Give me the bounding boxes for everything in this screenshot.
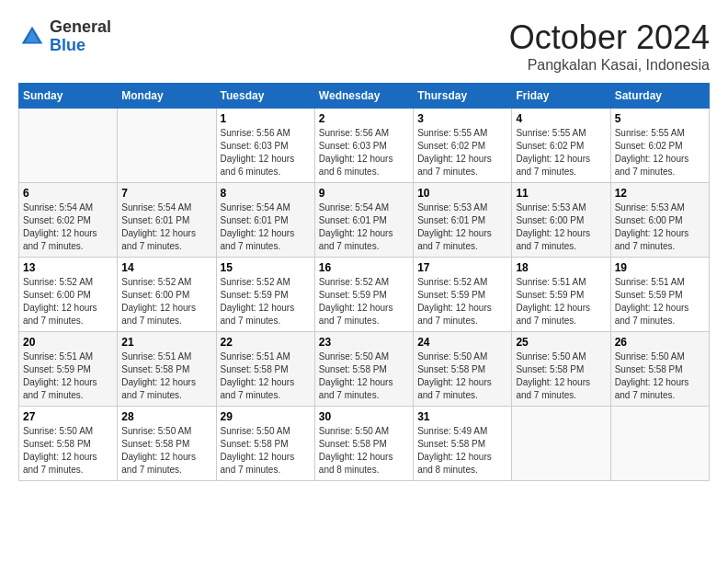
month-title: October 2024	[509, 18, 710, 57]
day-info: Sunrise: 5:50 AM Sunset: 5:58 PM Dayligh…	[319, 425, 409, 477]
page-header: General Blue October 2024 Pangkalan Kasa…	[18, 18, 710, 74]
day-number: 3	[417, 112, 507, 125]
calendar-cell: 11Sunrise: 5:53 AM Sunset: 6:00 PM Dayli…	[512, 183, 610, 258]
calendar-week-3: 13Sunrise: 5:52 AM Sunset: 6:00 PM Dayli…	[19, 258, 710, 332]
day-info: Sunrise: 5:50 AM Sunset: 5:58 PM Dayligh…	[417, 350, 507, 402]
calendar-cell: 1Sunrise: 5:56 AM Sunset: 6:03 PM Daylig…	[216, 109, 314, 183]
location-title: Pangkalan Kasai, Indonesia	[509, 57, 710, 74]
calendar-cell: 26Sunrise: 5:50 AM Sunset: 5:58 PM Dayli…	[610, 332, 709, 407]
calendar-cell: 6Sunrise: 5:54 AM Sunset: 6:02 PM Daylig…	[19, 183, 118, 258]
day-number: 1	[221, 112, 311, 125]
day-info: Sunrise: 5:51 AM Sunset: 5:59 PM Dayligh…	[615, 276, 705, 327]
day-header-sunday: Sunday	[19, 84, 118, 109]
day-info: Sunrise: 5:51 AM Sunset: 5:58 PM Dayligh…	[121, 350, 211, 402]
calendar-week-5: 27Sunrise: 5:50 AM Sunset: 5:58 PM Dayli…	[19, 407, 710, 481]
day-number: 28	[121, 410, 211, 423]
calendar-cell	[19, 109, 118, 183]
day-header-friday: Friday	[512, 84, 610, 109]
day-number: 16	[319, 261, 409, 274]
calendar-cell: 29Sunrise: 5:50 AM Sunset: 5:58 PM Dayli…	[216, 407, 314, 481]
day-info: Sunrise: 5:50 AM Sunset: 5:58 PM Dayligh…	[319, 350, 409, 402]
day-info: Sunrise: 5:56 AM Sunset: 6:03 PM Dayligh…	[319, 127, 409, 178]
logo-general-text: General	[50, 17, 111, 36]
day-info: Sunrise: 5:50 AM Sunset: 5:58 PM Dayligh…	[615, 350, 705, 402]
day-info: Sunrise: 5:54 AM Sunset: 6:01 PM Dayligh…	[121, 201, 211, 253]
day-number: 4	[516, 112, 606, 125]
calendar-cell: 12Sunrise: 5:53 AM Sunset: 6:00 PM Dayli…	[610, 183, 709, 258]
logo-icon	[18, 23, 46, 51]
day-info: Sunrise: 5:54 AM Sunset: 6:01 PM Dayligh…	[319, 201, 409, 253]
day-number: 10	[417, 187, 507, 200]
day-info: Sunrise: 5:54 AM Sunset: 6:01 PM Dayligh…	[221, 201, 311, 253]
day-info: Sunrise: 5:52 AM Sunset: 5:59 PM Dayligh…	[417, 276, 507, 327]
calendar-cell: 2Sunrise: 5:56 AM Sunset: 6:03 PM Daylig…	[314, 109, 413, 183]
calendar-cell: 13Sunrise: 5:52 AM Sunset: 6:00 PM Dayli…	[19, 258, 118, 332]
day-number: 5	[615, 112, 705, 125]
title-block: October 2024 Pangkalan Kasai, Indonesia	[509, 18, 710, 74]
day-number: 26	[615, 336, 705, 349]
day-info: Sunrise: 5:53 AM Sunset: 6:00 PM Dayligh…	[516, 201, 606, 253]
day-info: Sunrise: 5:53 AM Sunset: 6:00 PM Dayligh…	[615, 201, 705, 253]
day-number: 29	[221, 410, 311, 423]
day-header-monday: Monday	[118, 84, 216, 109]
day-number: 15	[221, 261, 311, 274]
day-info: Sunrise: 5:50 AM Sunset: 5:58 PM Dayligh…	[516, 350, 606, 402]
day-header-wednesday: Wednesday	[314, 84, 413, 109]
calendar-cell: 30Sunrise: 5:50 AM Sunset: 5:58 PM Dayli…	[314, 407, 413, 481]
day-number: 31	[417, 410, 507, 423]
calendar-cell: 23Sunrise: 5:50 AM Sunset: 5:58 PM Dayli…	[314, 332, 413, 407]
calendar-cell: 28Sunrise: 5:50 AM Sunset: 5:58 PM Dayli…	[118, 407, 216, 481]
calendar-cell: 19Sunrise: 5:51 AM Sunset: 5:59 PM Dayli…	[610, 258, 709, 332]
calendar-header-row: SundayMondayTuesdayWednesdayThursdayFrid…	[19, 84, 710, 109]
day-info: Sunrise: 5:52 AM Sunset: 5:59 PM Dayligh…	[319, 276, 409, 327]
day-info: Sunrise: 5:52 AM Sunset: 5:59 PM Dayligh…	[221, 276, 311, 327]
calendar-cell: 31Sunrise: 5:49 AM Sunset: 5:58 PM Dayli…	[414, 407, 512, 481]
day-info: Sunrise: 5:55 AM Sunset: 6:02 PM Dayligh…	[417, 127, 507, 178]
day-header-thursday: Thursday	[414, 84, 512, 109]
calendar-cell	[610, 407, 709, 481]
day-number: 17	[417, 261, 507, 274]
calendar-cell: 21Sunrise: 5:51 AM Sunset: 5:58 PM Dayli…	[118, 332, 216, 407]
day-info: Sunrise: 5:51 AM Sunset: 5:59 PM Dayligh…	[516, 276, 606, 327]
logo-text: General Blue	[50, 18, 111, 55]
day-number: 30	[319, 410, 409, 423]
calendar-cell: 10Sunrise: 5:53 AM Sunset: 6:01 PM Dayli…	[414, 183, 512, 258]
day-number: 12	[615, 187, 705, 200]
day-info: Sunrise: 5:52 AM Sunset: 6:00 PM Dayligh…	[121, 276, 211, 327]
day-info: Sunrise: 5:54 AM Sunset: 6:02 PM Dayligh…	[23, 201, 113, 253]
day-info: Sunrise: 5:51 AM Sunset: 5:58 PM Dayligh…	[221, 350, 311, 402]
day-number: 14	[121, 261, 211, 274]
day-number: 22	[221, 336, 311, 349]
calendar-cell	[118, 109, 216, 183]
calendar-cell: 8Sunrise: 5:54 AM Sunset: 6:01 PM Daylig…	[216, 183, 314, 258]
calendar-week-2: 6Sunrise: 5:54 AM Sunset: 6:02 PM Daylig…	[19, 183, 710, 258]
day-number: 13	[23, 261, 113, 274]
logo: General Blue	[18, 18, 111, 55]
calendar-cell: 24Sunrise: 5:50 AM Sunset: 5:58 PM Dayli…	[414, 332, 512, 407]
calendar-cell: 17Sunrise: 5:52 AM Sunset: 5:59 PM Dayli…	[414, 258, 512, 332]
day-number: 27	[23, 410, 113, 423]
day-info: Sunrise: 5:56 AM Sunset: 6:03 PM Dayligh…	[221, 127, 311, 178]
calendar-cell: 27Sunrise: 5:50 AM Sunset: 5:58 PM Dayli…	[19, 407, 118, 481]
day-info: Sunrise: 5:50 AM Sunset: 5:58 PM Dayligh…	[23, 425, 113, 477]
day-number: 18	[516, 261, 606, 274]
day-number: 20	[23, 336, 113, 349]
calendar-table: SundayMondayTuesdayWednesdayThursdayFrid…	[18, 83, 710, 481]
day-info: Sunrise: 5:50 AM Sunset: 5:58 PM Dayligh…	[221, 425, 311, 477]
day-number: 24	[417, 336, 507, 349]
day-info: Sunrise: 5:52 AM Sunset: 6:00 PM Dayligh…	[23, 276, 113, 327]
day-number: 2	[319, 112, 409, 125]
day-number: 11	[516, 187, 606, 200]
day-number: 9	[319, 187, 409, 200]
day-info: Sunrise: 5:53 AM Sunset: 6:01 PM Dayligh…	[417, 201, 507, 253]
day-info: Sunrise: 5:55 AM Sunset: 6:02 PM Dayligh…	[516, 127, 606, 178]
calendar-cell: 20Sunrise: 5:51 AM Sunset: 5:59 PM Dayli…	[19, 332, 118, 407]
day-info: Sunrise: 5:51 AM Sunset: 5:59 PM Dayligh…	[23, 350, 113, 402]
day-number: 19	[615, 261, 705, 274]
calendar-cell: 14Sunrise: 5:52 AM Sunset: 6:00 PM Dayli…	[118, 258, 216, 332]
day-number: 7	[121, 187, 211, 200]
calendar-week-4: 20Sunrise: 5:51 AM Sunset: 5:59 PM Dayli…	[19, 332, 710, 407]
calendar-cell: 18Sunrise: 5:51 AM Sunset: 5:59 PM Dayli…	[512, 258, 610, 332]
calendar-cell: 5Sunrise: 5:55 AM Sunset: 6:02 PM Daylig…	[610, 109, 709, 183]
calendar-cell	[512, 407, 610, 481]
